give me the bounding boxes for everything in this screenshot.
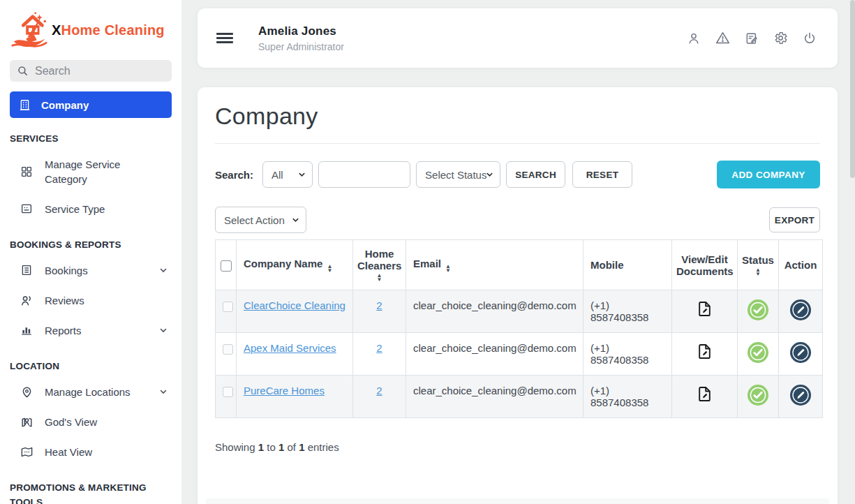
sidebar-item-service-type[interactable]: Service Type (10, 194, 172, 224)
map-pin-icon (20, 385, 34, 399)
brand-logo[interactable]: XHome Cleaning (10, 8, 172, 52)
company-table: Company Name▲▼ Home Cleaners▲▼ Email▲▼ M… (215, 239, 823, 418)
view-edit-documents-icon[interactable] (695, 342, 714, 361)
chevron-down-icon (486, 171, 493, 179)
sidebar-item-label: God's View (45, 415, 97, 429)
status-active-icon[interactable] (748, 342, 768, 363)
summary-text: to (267, 441, 276, 453)
summary-text: Showing (215, 441, 255, 453)
column-label: Status (742, 254, 774, 266)
status-active-icon[interactable] (748, 385, 768, 406)
gear-icon[interactable] (773, 31, 788, 45)
add-company-button[interactable]: ADD COMPANY (717, 161, 820, 188)
sidebar-item-label: Service Type (45, 202, 105, 216)
sidebar: XHome Cleaning Company SERVICES Manage (0, 0, 181, 504)
search-label: Search: (215, 169, 253, 181)
email-cell: clear_choice_cleaning@demo.com (406, 333, 583, 376)
sidebar-item-label: Bookings (45, 263, 88, 278)
column-label: Mobile (590, 259, 624, 271)
summary-text: entries (308, 441, 339, 453)
cleaners-count-link[interactable]: 2 (376, 385, 382, 396)
table-row: ClearChoice Cleaning 2 clear_choice_clea… (216, 290, 823, 333)
power-icon[interactable] (803, 31, 817, 45)
company-link[interactable]: Apex Maid Services (244, 342, 336, 354)
sidebar-item-reviews[interactable]: Reviews (10, 286, 172, 316)
menu-toggle-icon[interactable] (216, 27, 233, 48)
company-link[interactable]: ClearChoice Cleaning (244, 299, 345, 311)
select-all-checkbox[interactable] (221, 260, 232, 272)
column-home-cleaners[interactable]: Home Cleaners▲▼ (353, 240, 406, 290)
edit-action-icon[interactable] (790, 342, 811, 363)
search-icon (17, 65, 29, 77)
sidebar-item-company[interactable]: Company (10, 91, 172, 118)
email-cell: clear_choice_cleaning@demo.com (406, 290, 583, 333)
sidebar-item-heat-view[interactable]: Heat View (10, 437, 172, 467)
brand-name: XHome Cleaning (52, 22, 165, 38)
sidebar-item-reports[interactable]: Reports (10, 316, 172, 346)
reset-button[interactable]: RESET (572, 161, 632, 188)
grid-icon (20, 165, 34, 178)
edit-action-icon[interactable] (790, 385, 811, 406)
view-edit-documents-icon[interactable] (695, 385, 714, 403)
chevron-down-icon (159, 387, 168, 396)
column-email[interactable]: Email▲▼ (406, 240, 583, 290)
row-checkbox[interactable] (223, 387, 233, 397)
column-company-name[interactable]: Company Name▲▼ (237, 240, 353, 290)
summary-text: of (287, 441, 296, 453)
sidebar-item-label: Manage Service Category (45, 157, 149, 186)
scrollbar-thumb[interactable] (850, 0, 855, 178)
summary-number: 1 (299, 441, 304, 453)
divider (215, 143, 820, 144)
form-edit-icon[interactable] (745, 31, 759, 45)
sidebar-search-input[interactable] (10, 60, 172, 82)
sidebar-item-gods-view[interactable]: God's View (10, 407, 172, 437)
brand-x: X (52, 22, 61, 38)
status-filter-select[interactable]: Select Status (416, 161, 500, 188)
company-link[interactable]: PureCare Homes (244, 385, 325, 396)
search-field-select[interactable]: All (262, 161, 313, 188)
search-term-input[interactable] (318, 161, 410, 188)
user-block: Amelia Jones Super Administrator (258, 24, 344, 52)
column-mobile: Mobile (583, 240, 672, 290)
alert-icon[interactable] (715, 31, 730, 45)
heat-map-icon (20, 445, 34, 459)
page-title: Company (215, 103, 820, 130)
column-status[interactable]: Status▲▼ (738, 240, 779, 290)
card-icon (20, 202, 34, 215)
search-button[interactable]: SEARCH (506, 161, 565, 188)
notes-panel: Notes: (206, 498, 829, 504)
company-panel: Company Search: All Select Status SEARCH… (198, 87, 838, 504)
page-scrollbar[interactable] (850, 0, 855, 504)
edit-action-icon[interactable] (790, 299, 811, 320)
cleaners-count-link[interactable]: 2 (376, 342, 382, 354)
column-label: Action (785, 259, 817, 271)
column-action: Action (779, 240, 823, 290)
column-label: Home Cleaners (357, 248, 401, 272)
table-row: Apex Maid Services 2 clear_choice_cleani… (216, 333, 823, 376)
sidebar-section-promotions: PROMOTIONS & MARKETING TOOLS (10, 481, 170, 504)
chevron-down-icon (159, 326, 168, 334)
bookings-list-icon (20, 264, 34, 276)
sidebar-item-manage-locations[interactable]: Manage Locations (10, 377, 172, 407)
chevron-down-icon (292, 216, 299, 224)
profile-icon[interactable] (687, 31, 701, 45)
user-name: Amelia Jones (258, 24, 344, 38)
sidebar-item-label: Heat View (45, 445, 92, 459)
sidebar-section-services: SERVICES (10, 132, 172, 147)
sidebar-item-manage-service-category[interactable]: Manage Service Category (10, 149, 172, 194)
sidebar-item-label: Manage Locations (45, 385, 131, 399)
brand-rest: Home Cleaning (61, 22, 165, 38)
status-filter-value: Select Status (425, 169, 486, 181)
export-button[interactable]: EXPORT (769, 207, 820, 232)
status-active-icon[interactable] (748, 299, 768, 320)
summary-number: 1 (258, 441, 264, 453)
column-label: View/Edit Documents (676, 253, 734, 277)
row-checkbox[interactable] (223, 344, 233, 355)
sidebar-item-label: Reports (45, 323, 82, 338)
bulk-action-value: Select Action (224, 214, 285, 226)
sidebar-item-bookings[interactable]: Bookings (10, 255, 172, 286)
view-edit-documents-icon[interactable] (695, 299, 714, 318)
bulk-action-select[interactable]: Select Action (215, 207, 306, 233)
cleaners-count-link[interactable]: 2 (376, 299, 382, 311)
row-checkbox[interactable] (223, 302, 233, 312)
